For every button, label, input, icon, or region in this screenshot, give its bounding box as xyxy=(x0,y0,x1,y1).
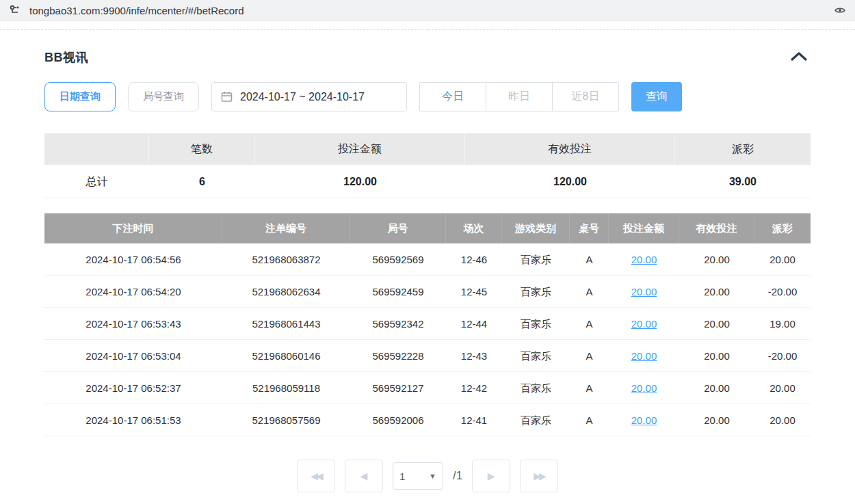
summary-table: 笔数 投注金额 有效投注 派彩 总计 6 120.00 120.00 39.00 xyxy=(44,133,811,198)
cell-payout: 19.00 xyxy=(754,308,811,340)
cell-time: 2024-10-17 06:52:37 xyxy=(44,372,222,404)
cell-session: 12-42 xyxy=(446,372,502,404)
col-header-time: 下注时间 xyxy=(44,213,222,243)
date-query-tab[interactable]: 日期查询 xyxy=(44,82,116,111)
cell-order-no: 521968057569 xyxy=(222,404,350,436)
cell-valid-bet: 20.00 xyxy=(679,276,754,308)
cell-table-no: A xyxy=(570,308,609,340)
cell-round-no: 569592569 xyxy=(350,243,446,276)
col-header-payout: 派彩 xyxy=(754,213,811,243)
collapse-panel-button[interactable] xyxy=(787,50,811,65)
summary-header-empty xyxy=(44,133,149,165)
cell-game-type: 百家乐 xyxy=(502,243,570,276)
filter-toolbar: 日期查询 局号查询 2024-10-17 ~ 2024-10-17 今日 昨日 … xyxy=(44,82,811,111)
bet-amount-link[interactable]: 20.00 xyxy=(631,254,657,265)
site-info-icon[interactable] xyxy=(8,3,22,17)
col-header-round-no: 局号 xyxy=(350,213,446,243)
cell-game-type: 百家乐 xyxy=(502,340,570,372)
cell-payout: 20.00 xyxy=(754,243,811,276)
cell-order-no: 521968060146 xyxy=(222,340,350,372)
bet-record-panel: BB视讯 日期查询 局号查询 2024-10-17 ~ 2024-10-17 xyxy=(0,49,855,492)
summary-header-valid-bet: 有效投注 xyxy=(465,133,675,165)
summary-total-label: 总计 xyxy=(44,165,149,198)
round-query-tab[interactable]: 局号查询 xyxy=(128,82,199,111)
cell-table-no: A xyxy=(570,243,609,276)
cell-round-no: 569592228 xyxy=(350,340,446,372)
quick-date-group: 今日 昨日 近8日 xyxy=(419,82,619,111)
summary-valid-bet-value: 120.00 xyxy=(465,165,675,198)
browser-address-bar[interactable]: tongbao31.com:9900/infe/mcenter/#/betRec… xyxy=(0,0,855,21)
page-number-value: 1 xyxy=(399,470,405,482)
bet-amount-link[interactable]: 20.00 xyxy=(631,414,657,426)
cell-payout: -20.00 xyxy=(754,340,811,372)
next-page-button[interactable]: ▶ xyxy=(472,460,510,492)
eye-icon[interactable] xyxy=(833,3,847,17)
cell-payout: 20.00 xyxy=(754,372,811,404)
quick-yesterday-button[interactable]: 昨日 xyxy=(486,82,553,111)
pagination: ◀◀ ◀ 1 ▼ /1 ▶ ▶▶ xyxy=(44,460,811,492)
cell-game-type: 百家乐 xyxy=(502,308,570,340)
cell-payout: 20.00 xyxy=(754,404,811,436)
bet-amount-link[interactable]: 20.00 xyxy=(631,286,657,297)
cell-valid-bet: 20.00 xyxy=(679,308,754,340)
chevron-up-icon xyxy=(790,53,808,64)
col-header-session: 场次 xyxy=(446,213,502,243)
date-range-picker[interactable]: 2024-10-17 ~ 2024-10-17 xyxy=(211,82,407,111)
cell-time: 2024-10-17 06:51:53 xyxy=(44,404,222,436)
last-page-button[interactable]: ▶▶ xyxy=(520,460,558,492)
date-range-value: 2024-10-17 ~ 2024-10-17 xyxy=(240,91,365,103)
chevron-down-icon: ▼ xyxy=(429,472,436,480)
address-url[interactable]: tongbao31.com:9900/infe/mcenter/#/betRec… xyxy=(29,5,826,16)
col-header-order-no: 注单编号 xyxy=(222,213,350,243)
cell-order-no: 521968059118 xyxy=(222,372,350,404)
cell-time: 2024-10-17 06:53:43 xyxy=(44,308,222,340)
total-pages-label: /1 xyxy=(453,469,462,483)
cell-table-no: A xyxy=(570,372,609,404)
cell-game-type: 百家乐 xyxy=(502,372,570,404)
prev-page-button[interactable]: ◀ xyxy=(345,460,383,492)
left-double-arrow-icon: ◀◀ xyxy=(311,470,321,481)
cell-round-no: 569592342 xyxy=(350,308,446,340)
cell-order-no: 521968063872 xyxy=(222,243,350,276)
calendar-icon xyxy=(221,91,233,103)
summary-header-count: 笔数 xyxy=(149,133,255,165)
bet-amount-link[interactable]: 20.00 xyxy=(631,318,657,330)
right-double-arrow-icon: ▶▶ xyxy=(534,470,544,481)
quick-last8days-button[interactable]: 近8日 xyxy=(552,82,619,111)
cell-time: 2024-10-17 06:54:56 xyxy=(44,243,222,276)
summary-header-payout: 派彩 xyxy=(675,133,811,165)
summary-payout-value: 39.00 xyxy=(675,165,811,198)
col-header-valid-bet: 有效投注 xyxy=(679,213,754,243)
bet-records-table: 下注时间 注单编号 局号 场次 游戏类别 桌号 投注金额 有效投注 派彩 202… xyxy=(44,213,811,436)
page-number-select[interactable]: 1 ▼ xyxy=(393,462,443,490)
left-arrow-icon: ◀ xyxy=(360,470,368,481)
bet-amount-link[interactable]: 20.00 xyxy=(631,350,657,362)
cell-game-type: 百家乐 xyxy=(502,404,570,436)
cell-table-no: A xyxy=(570,276,609,308)
summary-bet-amount-value: 120.00 xyxy=(255,165,465,198)
cell-round-no: 569592459 xyxy=(350,276,446,308)
cell-payout: -20.00 xyxy=(754,276,811,308)
bet-amount-link[interactable]: 20.00 xyxy=(631,382,657,394)
quick-today-button[interactable]: 今日 xyxy=(419,82,486,111)
summary-header-bet-amount: 投注金额 xyxy=(255,133,465,165)
cell-time: 2024-10-17 06:53:04 xyxy=(44,340,222,372)
right-arrow-icon: ▶ xyxy=(488,470,495,481)
cell-session: 12-43 xyxy=(446,340,502,372)
cell-valid-bet: 20.00 xyxy=(679,340,754,372)
cell-game-type: 百家乐 xyxy=(502,276,570,308)
page-title: BB视讯 xyxy=(44,49,88,66)
col-header-bet-amount: 投注金额 xyxy=(609,213,679,243)
col-header-table-no: 桌号 xyxy=(570,213,609,243)
cell-session: 12-46 xyxy=(446,243,502,276)
cell-session: 12-45 xyxy=(446,276,502,308)
cell-valid-bet: 20.00 xyxy=(679,243,754,276)
search-button[interactable]: 查询 xyxy=(631,82,682,111)
first-page-button[interactable]: ◀◀ xyxy=(297,460,335,492)
cell-valid-bet: 20.00 xyxy=(679,404,754,436)
cell-order-no: 521968062634 xyxy=(222,276,350,308)
top-dashed-divider xyxy=(0,29,855,30)
cell-session: 12-41 xyxy=(446,404,502,436)
cell-valid-bet: 20.00 xyxy=(679,372,754,404)
col-header-game-type: 游戏类别 xyxy=(502,213,570,243)
